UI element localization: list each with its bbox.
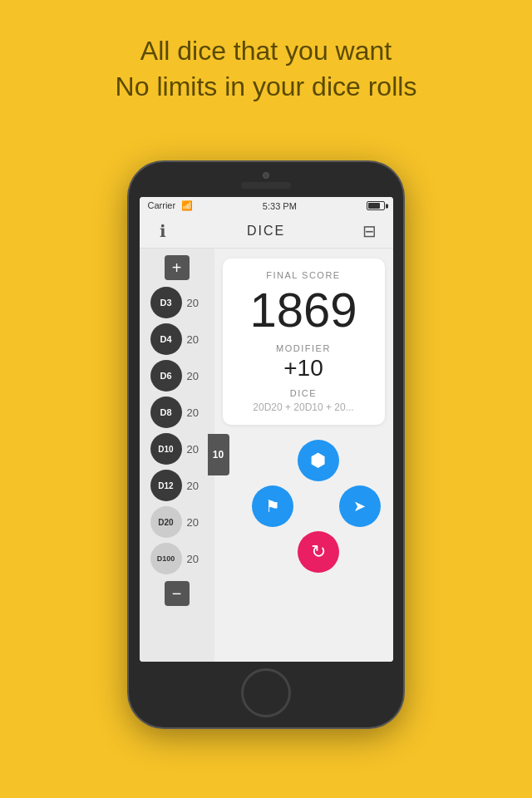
home-button[interactable] [241,668,291,717]
reset-button[interactable]: ↻ [298,531,339,573]
page-background: All dice that you want No limits in your… [0,0,532,798]
dice-label: DICE [290,388,317,398]
bookmark-button[interactable]: ⚑ [252,485,293,527]
score-card: FINAL SCORE 1869 MODIFIER +10 DICE 20D20… [223,259,385,425]
d8-badge: D8 [150,397,182,428]
d20-count: 20 [187,516,204,529]
roll-icon: ⬢ [310,450,326,471]
d10-count: 20 [187,443,204,456]
reset-icon: ↻ [311,541,326,563]
info-icon: ℹ [160,221,166,241]
phone-screen: Carrier 📶 5:33 PM ℹ DICE ⊟ [140,197,393,662]
modifier-value: +10 [283,355,323,382]
d3-badge: D3 [150,287,182,318]
list-item[interactable]: D3 20 [140,285,214,320]
modifier-tab[interactable]: 10 [208,434,229,475]
dice-sidebar: + D3 20 D4 20 [140,249,214,662]
layout-button[interactable]: ⊟ [357,219,381,243]
subtract-icon: − [172,584,182,603]
final-score-value: 1869 [249,283,357,337]
d8-count: 20 [187,406,204,419]
wifi-icon: 📶 [181,200,193,210]
list-item[interactable]: D12 20 [140,468,214,503]
list-item[interactable]: D100 20 [140,541,214,576]
phone-top-bar [134,172,398,194]
tagline-line2: No limits in your dice rolls [116,71,417,101]
time-label: 5:33 PM [263,201,297,211]
bookmark-icon: ⚑ [265,496,280,516]
d4-badge: D4 [150,323,182,355]
layout-icon: ⊟ [362,221,377,241]
d12-badge: D12 [150,470,182,501]
d20-badge: D20 [150,506,182,538]
tagline-line1: All dice that you want [140,36,392,66]
phone-camera [263,172,269,179]
phone-shell: Carrier 📶 5:33 PM ℹ DICE ⊟ [129,162,403,727]
d6-count: 20 [187,370,204,382]
share-icon: ➤ [353,497,366,515]
d10-badge: D10 [150,433,182,465]
main-content: + D3 20 D4 20 [140,249,393,662]
list-item[interactable]: D6 20 [140,358,214,393]
carrier-label: Carrier 📶 [148,200,194,211]
d100-badge: D100 [150,543,182,574]
roll-button[interactable]: ⬢ [298,440,339,481]
status-right [367,201,385,210]
d3-count: 20 [187,297,204,309]
score-panel: FINAL SCORE 1869 MODIFIER +10 DICE 20D20… [214,249,393,662]
final-score-label: FINAL SCORE [266,270,340,280]
status-bar: Carrier 📶 5:33 PM [140,197,393,214]
share-button[interactable]: ➤ [339,485,381,527]
list-item[interactable]: D4 20 [140,322,214,357]
list-item[interactable]: D20 20 [140,505,214,539]
tagline: All dice that you want No limits in your… [0,0,532,121]
dice-formula: 20D20 + 20D10 + 20... [253,401,353,413]
add-icon: + [172,259,182,278]
nav-bar: ℹ DICE ⊟ [140,214,393,249]
d6-badge: D6 [150,360,182,392]
list-item[interactable]: D10 20 [140,431,214,466]
phone-speaker [241,182,291,189]
subtract-button[interactable]: − [165,581,190,606]
d100-count: 20 [187,553,204,565]
d12-count: 20 [187,480,204,492]
d4-count: 20 [187,333,204,346]
info-button[interactable]: ℹ [151,219,175,243]
add-button[interactable]: + [165,255,190,280]
fabs-container: ⬢ ⚑ ➤ ↻ [223,431,385,653]
modifier-label: MODIFIER [276,343,331,353]
app-title: DICE [247,224,285,239]
battery-icon [367,201,385,210]
list-item[interactable]: D8 20 [140,395,214,430]
